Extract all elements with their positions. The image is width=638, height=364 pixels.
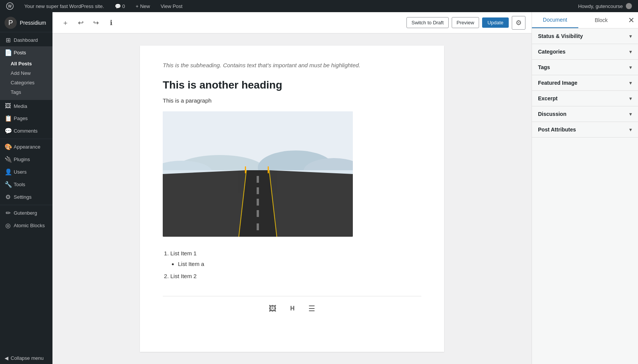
sidebar-divider-1: [0, 139, 52, 139]
site-name: Your new super fast WordPress site.: [24, 3, 104, 9]
insert-list-button[interactable]: ☰: [304, 301, 320, 316]
tab-document[interactable]: Document: [532, 12, 578, 28]
sidebar-item-dashboard[interactable]: ⊞ Dashboard: [0, 34, 52, 46]
section-featured-image[interactable]: Featured Image ▾: [532, 75, 638, 91]
svg-marker-16: [163, 170, 246, 237]
sub-list-item-a[interactable]: List Item a: [178, 260, 421, 269]
content-subheading[interactable]: This is the subheading. Contains text th…: [163, 61, 421, 70]
sidebar-item-label: Settings: [14, 194, 32, 200]
collapse-menu-button[interactable]: ◀ Collapse menu: [0, 352, 52, 364]
heading-block-icon: H: [290, 305, 295, 312]
section-featured-image-arrow: ▾: [629, 80, 632, 86]
list-item-1[interactable]: List Item 1 List Item a: [170, 249, 421, 269]
switch-draft-button[interactable]: Switch to Draft: [406, 17, 449, 28]
sidebar-item-all-posts[interactable]: All Posts: [0, 59, 52, 68]
brand-icon: P: [5, 17, 17, 29]
tab-block[interactable]: Block: [578, 12, 625, 28]
sidebar-item-appearance[interactable]: 🎨 Appearance: [0, 141, 52, 153]
section-categories[interactable]: Categories ▾: [532, 44, 638, 60]
sub-list-1: List Item a: [170, 260, 421, 269]
sidebar-item-add-new[interactable]: Add New: [0, 68, 52, 78]
comment-icon: 💬: [115, 3, 121, 9]
add-new-label: Add New: [11, 70, 31, 76]
posts-submenu: All Posts Add New Categories Tags: [0, 59, 52, 100]
sidebar-item-tools[interactable]: 🔧 Tools: [0, 178, 52, 191]
svg-rect-21: [268, 166, 269, 173]
redo-icon: ↪: [93, 19, 99, 27]
sidebar-brand[interactable]: P Pressidium: [0, 12, 52, 32]
collapse-label: Collapse menu: [11, 355, 44, 361]
toolbar-right: Switch to Draft Preview Update ⚙: [406, 16, 525, 30]
tags-label: Tags: [11, 89, 21, 95]
sidebar-item-categories[interactable]: Categories: [0, 78, 52, 87]
atomic-blocks-icon: ◎: [5, 222, 11, 229]
insert-image-button[interactable]: 🖼: [264, 301, 281, 316]
view-post-button[interactable]: View Post: [157, 0, 186, 12]
section-tags[interactable]: Tags ▾: [532, 60, 638, 75]
section-post-attributes-label: Post Attributes: [538, 127, 576, 133]
section-status-visibility[interactable]: Status & Visibility ▾: [532, 28, 638, 44]
tab-block-label: Block: [595, 17, 608, 23]
pages-icon: 📋: [5, 115, 11, 122]
user-avatar: [626, 3, 632, 9]
content-paragraph[interactable]: This is a paragraph: [163, 97, 421, 104]
sidebar-item-media[interactable]: 🖼 Media: [0, 100, 52, 112]
section-tags-label: Tags: [538, 64, 550, 70]
block-inserter-toolbar: 🖼 H ☰: [163, 296, 421, 321]
wp-logo-button[interactable]: W: [3, 0, 17, 12]
info-button[interactable]: ℹ: [104, 16, 118, 30]
sidebar-item-label: Media: [14, 103, 27, 109]
section-tags-arrow: ▾: [629, 64, 632, 70]
image-block-icon: 🖼: [269, 304, 276, 313]
sidebar-item-plugins[interactable]: 🔌 Plugins: [0, 153, 52, 166]
site-name-button[interactable]: Your new super fast WordPress site.: [21, 0, 107, 12]
redo-button[interactable]: ↪: [89, 16, 103, 30]
update-button[interactable]: Update: [482, 17, 509, 28]
sidebar-item-label: Dashboard: [14, 37, 38, 43]
sidebar-item-pages[interactable]: 📋 Pages: [0, 112, 52, 125]
editor-area: ＋ ↩ ↪ ℹ Switch to Draft Preview Update ⚙: [52, 12, 532, 364]
categories-label: Categories: [11, 80, 35, 85]
svg-rect-20: [245, 166, 246, 173]
sidebar-item-label: Comments: [14, 128, 38, 134]
sidebar-item-posts[interactable]: 📄 Posts: [0, 46, 52, 59]
content-list[interactable]: List Item 1 List Item a List Item 2: [163, 249, 421, 281]
sidebar-item-users[interactable]: 👤 Users: [0, 166, 52, 178]
sidebar-item-label: Posts: [14, 50, 26, 55]
brand-name: Pressidium: [20, 20, 46, 26]
toolbar-left: ＋ ↩ ↪ ℹ: [59, 16, 118, 30]
content-image[interactable]: [163, 111, 353, 237]
sidebar-item-gutenberg[interactable]: ✏ Gutenberg: [0, 207, 52, 219]
section-excerpt[interactable]: Excerpt ▾: [532, 91, 638, 106]
sidebar-item-comments[interactable]: 💬 Comments: [0, 125, 52, 137]
preview-button[interactable]: Preview: [452, 17, 479, 28]
panel-close-button[interactable]: ✕: [624, 13, 638, 27]
editor-canvas[interactable]: This is the subheading. Contains text th…: [52, 33, 532, 364]
collapse-icon: ◀: [5, 355, 8, 361]
sidebar-nav: ⊞ Dashboard 📄 Posts All Posts Add New Ca…: [0, 32, 52, 233]
sidebar: P Pressidium ⊞ Dashboard 📄 Posts All Pos…: [0, 12, 52, 364]
undo-button[interactable]: ↩: [74, 16, 87, 30]
view-post-label: View Post: [160, 3, 183, 9]
new-content-button[interactable]: + New: [133, 0, 153, 12]
add-block-button[interactable]: ＋: [59, 16, 72, 30]
section-featured-image-label: Featured Image: [538, 80, 577, 86]
settings-button[interactable]: ⚙: [512, 16, 525, 30]
svg-rect-13: [257, 199, 259, 206]
posts-icon: 📄: [5, 49, 11, 56]
section-discussion-label: Discussion: [538, 111, 567, 117]
road-image: [163, 111, 353, 237]
howdy-user[interactable]: Howdy, gutencourse: [575, 0, 635, 12]
howdy-text: Howdy, gutencourse: [578, 3, 623, 9]
insert-heading-button[interactable]: H: [286, 301, 299, 316]
section-status-visibility-arrow: ▾: [629, 33, 632, 39]
content-heading[interactable]: This is another heading: [163, 79, 421, 91]
sidebar-item-settings[interactable]: ⚙ Settings: [0, 191, 52, 203]
sidebar-item-atomic-blocks[interactable]: ◎ Atomic Blocks: [0, 219, 52, 232]
list-item-2[interactable]: List Item 2: [170, 272, 421, 281]
section-discussion[interactable]: Discussion ▾: [532, 106, 638, 122]
sidebar-item-label: Tools: [14, 182, 25, 187]
section-post-attributes[interactable]: Post Attributes ▾: [532, 122, 638, 138]
sidebar-item-tags[interactable]: Tags: [0, 87, 52, 97]
comments-button[interactable]: 💬 0: [112, 0, 128, 12]
